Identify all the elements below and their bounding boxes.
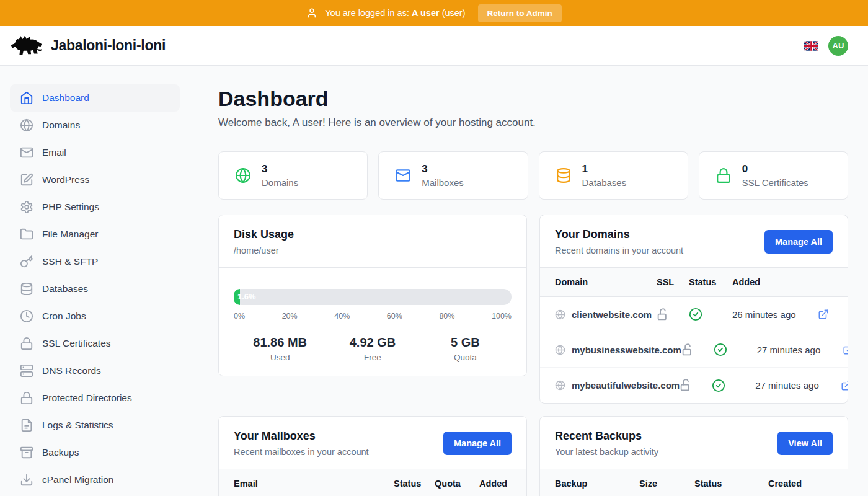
disk-usage-percent: 1.6% <box>237 289 256 305</box>
clock-icon <box>20 309 33 323</box>
manage-all-domains-button[interactable]: Manage All <box>764 230 833 254</box>
domain-name: mybeautifulwebsite.com <box>555 380 680 391</box>
external-link-icon[interactable] <box>818 309 833 320</box>
disk-stat-used: 81.86 MBUsed <box>234 335 326 362</box>
mail-icon <box>20 146 33 159</box>
globe-icon <box>555 309 565 320</box>
ssl-unlocked-icon <box>657 308 689 321</box>
banner-message: You are logged in as: A user (user) <box>325 8 465 18</box>
sidebar-item-email[interactable]: Email <box>10 139 180 166</box>
user-avatar[interactable]: AU <box>828 36 848 56</box>
external-link-icon[interactable] <box>841 380 848 391</box>
sidebar-item-file-manager[interactable]: File Manager <box>10 221 180 248</box>
stat-card-ssl-certificates: 0SSL Certificates <box>699 151 848 200</box>
table-row: mybusinesswebsite.com 27 minutes ago <box>540 332 848 368</box>
disk-usage-title: Disk Usage <box>234 228 294 241</box>
manage-all-mailboxes-button[interactable]: Manage All <box>443 432 512 455</box>
app-header: Jabaloni-loni-loni AU <box>0 26 868 66</box>
return-to-admin-button[interactable]: Return to Admin <box>478 4 562 22</box>
status-active-icon <box>712 379 755 392</box>
main-content: Dashboard Welcome back, A user! Here is … <box>190 66 868 496</box>
your-mailboxes-subtitle: Recent mailboxes in your account <box>234 447 369 457</box>
disk-usage-path: /home/user <box>234 246 294 255</box>
mail-icon <box>395 167 411 184</box>
stat-card-domains: 3Domains <box>218 151 368 200</box>
disk-stat-free: 4.92 GBFree <box>326 335 418 362</box>
sidebar-item-php-settings[interactable]: PHP Settings <box>10 193 180 221</box>
domain-name: clientwebsite.com <box>555 309 657 320</box>
disk-stat-quota: 5 GBQuota <box>419 335 512 362</box>
disk-usage-card: Disk Usage /home/user 1.6% 0%20%40%60%80… <box>218 215 527 376</box>
sidebar-item-cpanel-migration[interactable]: cPanel Migration <box>10 466 180 494</box>
domain-name: mybusinesswebsite.com <box>555 345 681 355</box>
status-active-icon <box>714 343 757 356</box>
file-text-icon <box>20 418 33 432</box>
globe-icon <box>235 167 251 184</box>
download-icon <box>20 473 33 487</box>
recent-backups-subtitle: Your latest backup activity <box>555 447 658 457</box>
your-mailboxes-title: Your Mailboxes <box>234 430 369 443</box>
uk-flag-icon[interactable] <box>804 41 818 51</box>
server-icon <box>20 364 33 378</box>
your-domains-subtitle: Recent domains in your account <box>555 246 683 255</box>
sidebar-item-databases[interactable]: Databases <box>10 275 180 303</box>
domain-added: 26 minutes ago <box>732 309 818 320</box>
key-icon <box>20 255 33 268</box>
stats-row: 3Domains 3Mailboxes 1Databases 0SSL Cert… <box>218 151 848 200</box>
sidebar-item-domains[interactable]: Domains <box>10 112 180 139</box>
folder-icon <box>20 228 33 241</box>
disk-usage-progress-bar: 1.6% <box>234 289 512 305</box>
sidebar-item-ssh-sftp[interactable]: SSH & SFTP <box>10 248 180 275</box>
table-row: mybeautifulwebsite.com 27 minutes ago <box>540 368 848 403</box>
disk-usage-scale: 0%20%40%60%80%100% <box>234 312 512 321</box>
ssl-unlocked-icon <box>680 379 712 392</box>
globe-icon <box>20 118 33 132</box>
domain-added: 27 minutes ago <box>755 380 841 391</box>
sidebar-item-logs-statistics[interactable]: Logs & Statistics <box>10 412 180 439</box>
mailboxes-table-header: EmailStatusQuotaAdded <box>219 469 526 496</box>
your-domains-title: Your Domains <box>555 228 683 241</box>
table-row: clientwebsite.com 26 minutes ago <box>540 297 848 332</box>
database-icon <box>20 282 33 296</box>
your-domains-card: Your Domains Recent domains in your acco… <box>539 215 848 404</box>
home-icon <box>20 91 33 105</box>
sidebar: Dashboard Domains Email WordPress PHP Se… <box>0 66 190 496</box>
ssl-unlocked-icon <box>681 343 714 356</box>
lock-icon <box>20 337 33 350</box>
sidebar-item-dns-records[interactable]: DNS Records <box>10 357 180 384</box>
external-link-icon[interactable] <box>843 344 848 355</box>
status-active-icon <box>689 308 732 321</box>
recent-backups-title: Recent Backups <box>555 430 658 443</box>
backups-table-header: BackupSizeStatusCreated <box>540 469 848 496</box>
boar-logo-icon <box>10 33 42 58</box>
domain-added: 27 minutes ago <box>757 345 843 355</box>
user-icon <box>306 7 317 19</box>
database-icon <box>556 167 572 184</box>
globe-icon <box>555 380 565 391</box>
pen-square-icon <box>20 173 33 187</box>
lock-icon <box>20 391 33 405</box>
sidebar-item-protected-directories[interactable]: Protected Directories <box>10 384 180 412</box>
stat-card-mailboxes: 3Mailboxes <box>378 151 528 200</box>
view-all-backups-button[interactable]: View All <box>777 432 833 455</box>
app-title: Jabaloni-loni-loni <box>51 37 166 54</box>
gear-icon <box>20 200 33 214</box>
domains-table-header: DomainSSLStatusAdded <box>540 268 848 297</box>
sidebar-item-ssl-certificates[interactable]: SSL Certificates <box>10 330 180 357</box>
sidebar-item-dashboard[interactable]: Dashboard <box>10 84 180 112</box>
your-mailboxes-card: Your Mailboxes Recent mailboxes in your … <box>218 416 527 496</box>
page-title: Dashboard <box>218 87 848 111</box>
sidebar-item-backups[interactable]: Backups <box>10 439 180 466</box>
lock-icon <box>715 167 732 184</box>
page-subtitle: Welcome back, A user! Here is an overvie… <box>218 117 848 129</box>
archive-icon <box>20 446 33 459</box>
impersonation-banner: You are logged in as: A user (user) Retu… <box>0 0 868 26</box>
globe-icon <box>555 345 565 355</box>
sidebar-item-wordpress[interactable]: WordPress <box>10 166 180 193</box>
sidebar-item-cron-jobs[interactable]: Cron Jobs <box>10 303 180 330</box>
stat-card-databases: 1Databases <box>539 151 688 200</box>
recent-backups-card: Recent Backups Your latest backup activi… <box>539 416 848 496</box>
